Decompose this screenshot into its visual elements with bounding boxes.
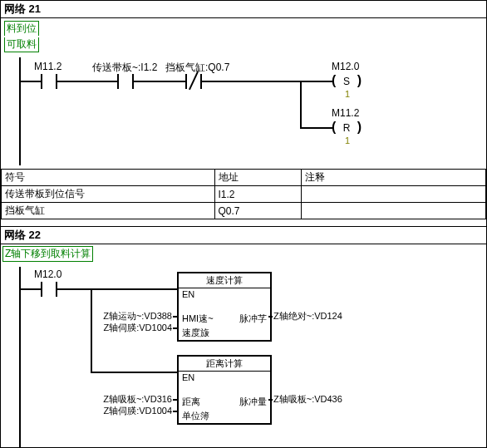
network21-title: 料到位 可取料 [2, 19, 485, 54]
pin-in: HMI速~ [182, 313, 214, 325]
contact-label: 挡板气缸:Q0.7 [165, 61, 229, 75]
branch-wire [300, 81, 302, 127]
coil-immediate: 1 [345, 135, 350, 145]
col-symbol: 符号 [2, 170, 215, 186]
wire [134, 81, 185, 82]
wire [91, 372, 177, 373]
wire [57, 288, 91, 290]
pin-ext-label: Z轴吸板~:VD316 [89, 393, 172, 406]
pin-ext-label: Z轴伺朠:VD1004 [89, 322, 172, 334]
wire [202, 81, 300, 82]
box-io-row: 单位簿 [179, 409, 270, 423]
coil-label: M12.0 [332, 61, 359, 72]
pin-wire [173, 327, 177, 329]
contact-label: 传送带板~:I1.2 [92, 61, 157, 75]
box-io-row: 速度旇 [179, 326, 270, 340]
pin-in: 距离 [182, 396, 200, 408]
wire [300, 81, 333, 82]
pin-in: 速度旇 [182, 327, 209, 339]
box-title: 速度计算 [179, 273, 270, 288]
pin-wire [268, 399, 273, 401]
wire [21, 81, 41, 82]
contact-m11-2[interactable] [41, 74, 57, 89]
coil-m12-0-set[interactable]: S [333, 74, 360, 89]
network22-header: 网络 22 [1, 226, 486, 244]
pin-in: 单位簿 [182, 410, 209, 422]
cell-symbol: 传送带板到位信号 [2, 186, 215, 203]
pin-wire [268, 316, 273, 318]
box-title: 距离计算 [179, 357, 270, 372]
cell-addr: I1.2 [214, 186, 302, 203]
pin-wire [173, 411, 177, 412]
box-en: EN [179, 288, 270, 300]
pin-ext-label: Z轴伺朠:VD1004 [89, 405, 172, 417]
contact-label: M11.2 [34, 61, 61, 72]
fb-speed-calc[interactable]: 速度计算 EN HMI速~ 脉冲芓 速度旇 [177, 272, 272, 342]
left-rail [19, 57, 21, 165]
col-address: 地址 [214, 170, 302, 186]
network21-rung[interactable]: M11.2 传送带板~:I1.2 挡板气缸:Q0.7 S M12.0 1 R M… [1, 57, 486, 165]
network22-title: Z轴下移到取料计算 [2, 246, 93, 262]
pin-ext-label: Z轴绝对~:VD124 [273, 310, 342, 322]
left-rail [19, 267, 21, 448]
cell-comment [302, 186, 486, 203]
pin-ext-label: Z轴运动~:VD388 [89, 310, 172, 322]
contact-q0-7-nc[interactable] [185, 74, 202, 89]
coil-label: M11.2 [332, 107, 359, 119]
contact-label: M12.0 [34, 268, 61, 280]
net21-title-line1: 料到位 [4, 21, 39, 36]
table-row[interactable]: 传送带板到位信号 I1.2 [2, 186, 486, 203]
col-comment: 注释 [302, 170, 486, 186]
table-row[interactable]: 挡板气缸 Q0.7 [2, 203, 486, 219]
network21-symbol-table[interactable]: 符号 地址 注释 传送带板到位信号 I1.2 挡板气缸 Q0.7 [1, 169, 486, 219]
coil-m11-2-reset[interactable]: R [333, 121, 360, 135]
network22-rung[interactable]: M12.0 速度计算 EN HMI速~ 脉冲芓 速度旇 Z轴运动~:VD388 … [1, 267, 486, 448]
wire [91, 288, 177, 290]
box-io-row: HMI速~ 脉冲芓 [179, 312, 270, 326]
plc-editor-page: 网络 21 料到位 可取料 M11.2 传送带板~:I1.2 挡板气缸:Q0.7… [0, 0, 487, 448]
pin-ext-label: Z轴吸板~:VD436 [273, 393, 342, 406]
wire [57, 81, 117, 82]
pin-out: 脉冲量 [239, 396, 267, 408]
network21-header: 网络 21 [1, 0, 486, 18]
pin-out: 脉冲芓 [239, 313, 267, 325]
net21-title-line2: 可取料 [4, 37, 39, 52]
fb-distance-calc[interactable]: 距离计算 EN 距离 脉冲量 单位簿 [177, 355, 272, 425]
wire [21, 288, 41, 290]
box-io-row: 距离 脉冲量 [179, 395, 270, 409]
box-en: EN [179, 372, 270, 383]
cell-symbol: 挡板气缸 [2, 203, 215, 219]
contact-i1-2[interactable] [117, 74, 134, 89]
wire [300, 127, 333, 129]
pin-wire [173, 399, 177, 401]
cell-addr: Q0.7 [214, 203, 302, 219]
contact-m12-0[interactable] [41, 282, 57, 297]
coil-immediate: 1 [345, 89, 350, 99]
cell-comment [302, 203, 486, 219]
pin-wire [173, 316, 177, 318]
